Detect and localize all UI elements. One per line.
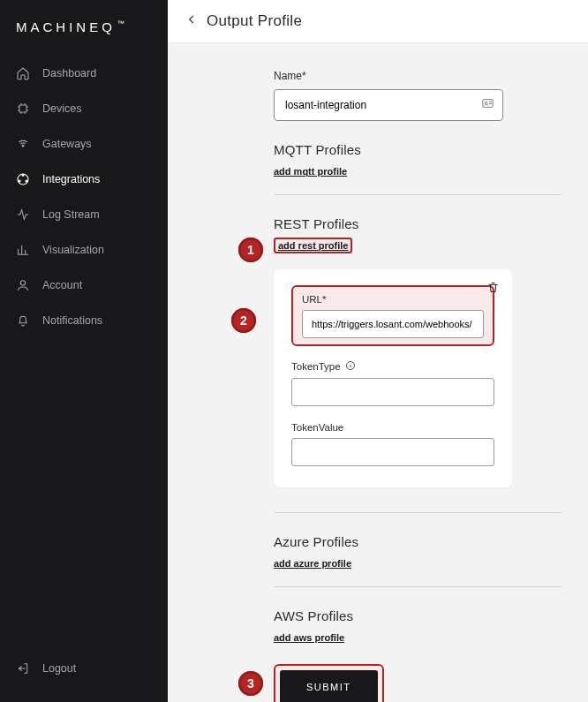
svg-point-4 (19, 180, 20, 182)
content: Name* MQTT Profiles add mqtt profile RES… (168, 43, 588, 702)
svg-point-5 (26, 180, 27, 182)
sidebar-item-logout[interactable]: Logout (16, 654, 152, 683)
step-badge-2: 2 (231, 308, 256, 333)
integrations-icon (16, 172, 30, 186)
tokentype-label-text: TokenType (291, 361, 341, 372)
main: Output Profile Name* MQTT Profiles add m… (168, 0, 588, 702)
sidebar-item-devices[interactable]: Devices (0, 91, 168, 126)
sidebar-item-label: Account (42, 279, 82, 291)
back-icon[interactable] (185, 13, 198, 29)
sidebar-item-label: Log Stream (42, 208, 100, 221)
bell-icon (16, 313, 30, 328)
submit-button[interactable]: SUBMIT (280, 670, 378, 702)
sidebar-item-integrations[interactable]: Integrations (0, 162, 168, 197)
name-label: Name* (274, 70, 562, 82)
divider (274, 586, 562, 587)
home-icon (16, 66, 30, 80)
add-azure-link[interactable]: add azure profile (274, 558, 351, 569)
sidebar-item-label: Devices (42, 102, 81, 115)
brand-logo: MACHINEQ™ (0, 14, 168, 56)
sidebar-item-logstream[interactable]: Log Stream (0, 197, 168, 232)
divider (274, 512, 562, 513)
url-highlight: URL* (291, 285, 494, 346)
page-header: Output Profile (168, 0, 588, 43)
antenna-icon (16, 137, 30, 151)
chart-icon (16, 243, 30, 257)
sidebar-item-dashboard[interactable]: Dashboard (0, 56, 168, 91)
delete-profile-button[interactable] (486, 280, 500, 298)
sidebar-item-notifications[interactable]: Notifications (0, 303, 168, 338)
sidebar-item-label: Visualization (42, 244, 104, 256)
add-mqtt-link[interactable]: add mqtt profile (274, 166, 347, 177)
tokenvalue-label: TokenValue (291, 422, 494, 433)
divider (274, 194, 562, 195)
logout-label: Logout (42, 662, 76, 675)
tokentype-input[interactable] (291, 378, 494, 406)
svg-point-6 (20, 281, 25, 285)
chip-icon (16, 102, 30, 116)
sidebar-item-visualization[interactable]: Visualization (0, 232, 168, 268)
name-input[interactable] (274, 89, 503, 121)
rest-title: REST Profiles (274, 216, 562, 231)
sidebar-item-label: Notifications (42, 314, 102, 327)
add-rest-link[interactable]: add rest profile (274, 238, 352, 253)
azure-title: Azure Profiles (274, 534, 562, 549)
logout-icon (16, 661, 30, 676)
sidebar-item-label: Gateways (42, 138, 92, 150)
svg-point-8 (485, 102, 487, 104)
info-icon[interactable] (345, 360, 356, 373)
sidebar-item-label: Integrations (42, 173, 100, 185)
activity-icon (16, 208, 30, 222)
sidebar-item-gateways[interactable]: Gateways (0, 126, 168, 162)
sidebar-item-label: Dashboard (42, 67, 96, 79)
add-aws-link[interactable]: add aws profile (274, 632, 344, 643)
step-badge-1: 1 (238, 238, 263, 262)
nav: Dashboard Devices Gateways Integrations … (0, 56, 168, 640)
step-badge-3: 3 (238, 671, 263, 696)
brand-tm: ™ (117, 19, 124, 27)
svg-point-1 (22, 145, 24, 147)
user-icon (16, 278, 30, 292)
submit-highlight: SUBMIT (274, 664, 384, 702)
page-title: Output Profile (207, 12, 302, 30)
tokenvalue-input[interactable] (291, 438, 494, 466)
sidebar-item-account[interactable]: Account (0, 268, 168, 303)
sidebar: MACHINEQ™ Dashboard Devices Gateways Int… (0, 0, 168, 702)
url-input[interactable] (302, 310, 484, 338)
mqtt-title: MQTT Profiles (274, 142, 562, 157)
rest-profile-card: 2 URL* TokenType TokenValue (274, 269, 512, 487)
tokentype-label: TokenType (291, 360, 494, 373)
svg-point-3 (22, 174, 24, 176)
svg-rect-0 (19, 105, 26, 112)
svg-rect-7 (483, 100, 493, 108)
brand-name: MACHINEQ (16, 19, 116, 34)
url-label: URL* (302, 294, 484, 305)
aws-title: AWS Profiles (274, 608, 562, 623)
contact-card-icon (481, 97, 494, 114)
